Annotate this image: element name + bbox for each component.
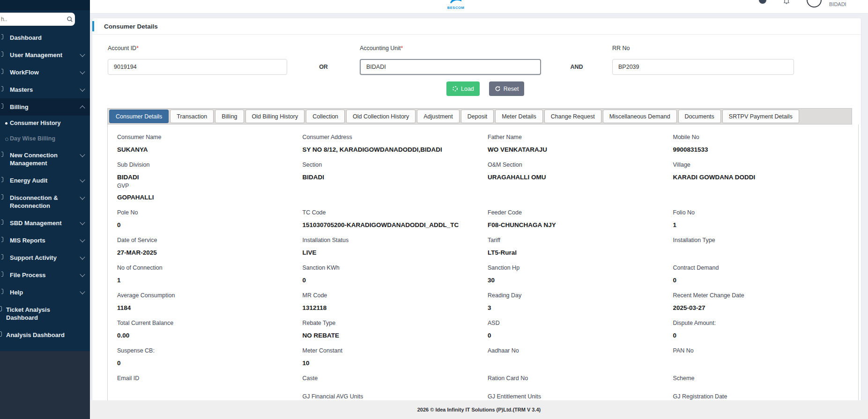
sidebar-item-mis-reports[interactable]: MIS Reports	[0, 232, 90, 249]
main-area: BESCOM BIDADI Consumer Details Account I…	[90, 0, 868, 419]
search-icon	[67, 16, 73, 22]
hollow-bullet-icon	[3, 135, 10, 141]
sidebar-item-day-wise-billing[interactable]: Day Wise Billing	[0, 131, 90, 147]
sidebar-item-masters[interactable]: Masters	[0, 81, 90, 98]
sidebar: DashboardUser ManagementWorkFlowMastersB…	[0, 0, 90, 419]
tab-collection[interactable]: Collection	[306, 110, 345, 123]
field-label: Total Current Balance	[117, 320, 291, 327]
field-value: 9900831533	[673, 145, 847, 154]
tab-old-collection-history[interactable]: Old Collection History	[346, 110, 415, 123]
field-label: ASD	[488, 320, 662, 327]
notification-bell-icon[interactable]	[784, 0, 789, 4]
tab-miscellaneous-demand[interactable]: Miscellaneous Demand	[603, 110, 677, 123]
field-label: Dispute Amount:	[673, 320, 847, 327]
tab-old-billing-history[interactable]: Old Billing History	[245, 110, 305, 123]
tab-meter-details[interactable]: Meter Details	[495, 110, 543, 123]
detail-field-caste: Caste	[303, 375, 488, 386]
tab-billing[interactable]: Billing	[215, 110, 244, 123]
detail-field-average-consumption: Average Consumption1184	[117, 292, 303, 313]
field-label: Installation Type	[673, 237, 847, 244]
field-label: Feeder Code	[488, 209, 662, 216]
detail-field-scheme: Scheme	[673, 375, 859, 386]
detail-field-date-of-service: Date of Service27-MAR-2025	[117, 237, 303, 257]
account-id-input[interactable]	[108, 59, 287, 75]
field-label: Installation Status	[303, 237, 477, 244]
footer-text: 2026 © Idea Infinity IT Solutions (P)Ltd…	[417, 407, 541, 412]
sidebar-item-billing[interactable]: Billing	[0, 98, 90, 116]
field-value: LT5-Rural	[488, 248, 662, 257]
sidebar-item-label: WorkFlow	[10, 68, 39, 76]
form-actions: Load Reset	[446, 81, 861, 96]
detail-field-dispute-amount: Dispute Amount:0	[673, 320, 859, 340]
sidebar-item-sbd-management[interactable]: SBD Management	[0, 214, 90, 232]
sidebar-item-support-activity[interactable]: Support Activity	[0, 249, 90, 266]
rr-no-input[interactable]	[612, 59, 794, 75]
billing-icon	[1, 103, 7, 110]
tab-change-request[interactable]: Change Request	[544, 110, 601, 123]
sidebar-item-new-connection-management[interactable]: New Connection Management	[0, 147, 90, 172]
chevron-down-icon	[80, 194, 85, 199]
mis-reports-icon	[1, 236, 7, 243]
tab-deposit[interactable]: Deposit	[461, 110, 494, 123]
load-button[interactable]: Load	[446, 81, 480, 96]
user-avatar[interactable]	[807, 0, 822, 7]
accounting-unit-input[interactable]	[360, 59, 541, 75]
field-label: Contract Demand	[673, 265, 847, 272]
detail-field-installation-status: Installation StatusLIVE	[303, 237, 488, 257]
field-label: Average Consumption	[117, 292, 291, 299]
detail-field-asd: ASD0	[488, 320, 673, 340]
sidebar-item-label: Disconnection & Reconnection	[10, 194, 80, 210]
field-value: URAGAHALLI OMU	[488, 173, 662, 182]
field-label: Reading Day	[488, 292, 662, 299]
field-value: 0	[303, 276, 477, 285]
sidebar-item-consumer-history[interactable]: Consumer History	[0, 116, 90, 131]
tab-transaction[interactable]: Transaction	[170, 110, 214, 123]
analysis-dashboard-icon	[0, 331, 4, 338]
field-label: Sanction KWh	[303, 265, 477, 272]
field-label: Pole No	[117, 209, 291, 216]
sidebar-item-ticket-analysis-dashboard[interactable]: Ticket Analysis Dashboard	[0, 301, 90, 326]
sidebar-item-energy-audit[interactable]: Energy Audit	[0, 172, 90, 189]
field-value: 10	[303, 359, 477, 368]
or-label: OR	[287, 45, 360, 70]
ticket-analysis-icon	[0, 306, 4, 312]
tab-srtpv-payment-details[interactable]: SRTPV Payment Details	[722, 110, 799, 123]
field-value: 1184	[117, 303, 291, 313]
field-label: Consumer Name	[117, 134, 291, 141]
file-process-icon	[1, 271, 7, 278]
reset-button[interactable]: Reset	[489, 81, 525, 96]
sidebar-item-analysis-dashboard[interactable]: Analysis Dashboard	[0, 326, 90, 344]
field-value: BIDADI	[303, 173, 477, 182]
sidebar-item-label: Masters	[10, 86, 33, 94]
sidebar-nav-section: DashboardUser ManagementWorkFlowMastersB…	[0, 0, 90, 351]
detail-field-mr-code: MR Code1312118	[303, 292, 488, 313]
tab-adjustment[interactable]: Adjustment	[417, 110, 460, 123]
sidebar-item-label: Consumer History	[10, 119, 60, 127]
detail-field-gj-entitlement-units: GJ Entitlement Units	[488, 393, 673, 400]
search-input[interactable]	[0, 13, 75, 26]
field-label: Rebate Type	[303, 320, 477, 327]
sidebar-item-user-management[interactable]: User Management	[0, 46, 90, 64]
sidebar-item-label: SBD Management	[10, 219, 62, 227]
field-label: Sanction Hp	[488, 265, 662, 272]
workflow-icon	[1, 68, 7, 75]
sidebar-item-disconnection-reconnection[interactable]: Disconnection & Reconnection	[0, 189, 90, 214]
detail-field-tariff: TariffLT5-Rural	[488, 237, 673, 257]
consumer-detail-grid: Consumer NameSUKANYAConsumer AddressSY N…	[117, 134, 858, 400]
account-id-group: Account ID*	[108, 45, 287, 75]
tab-consumer-details[interactable]: Consumer Details	[109, 110, 169, 123]
sidebar-item-label: Ticket Analysis Dashboard	[6, 306, 76, 322]
chevron-down-icon	[80, 69, 85, 74]
sidebar-item-label: Day Wise Billing	[10, 135, 55, 143]
field-label: Village	[673, 162, 847, 169]
sidebar-item-help[interactable]: Help	[0, 284, 90, 301]
theme-toggle-icon[interactable]	[759, 0, 766, 4]
brand-name: BESCOM	[444, 6, 468, 10]
tab-documents[interactable]: Documents	[678, 110, 721, 123]
field-value: 0	[488, 331, 662, 340]
required-mark: *	[136, 45, 139, 51]
masters-icon	[1, 86, 7, 92]
sidebar-item-file-process[interactable]: File Process	[0, 266, 90, 284]
sidebar-item-workflow[interactable]: WorkFlow	[0, 64, 90, 81]
sidebar-item-dashboard[interactable]: Dashboard	[0, 29, 90, 46]
